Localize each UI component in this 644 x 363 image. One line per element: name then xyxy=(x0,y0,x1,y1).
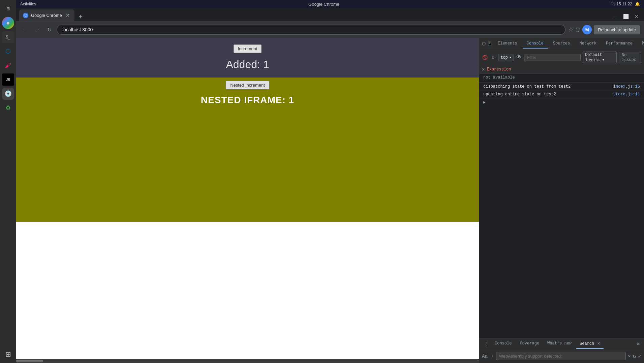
relaunch-button[interactable]: Relaunch to update xyxy=(594,25,640,34)
added-text: Added: 1 xyxy=(226,58,269,71)
tab-network[interactable]: Network xyxy=(575,39,600,49)
issues-badge: No Issues xyxy=(619,52,641,63)
inspect-icon[interactable]: ⬡ xyxy=(482,40,486,48)
console-entry-2-text: updating entire state on test2 xyxy=(483,92,556,97)
address-bar-right: ☆ ⬡ M Relaunch to update xyxy=(568,25,640,34)
context-text: top xyxy=(500,55,508,60)
new-tab-button[interactable]: + xyxy=(76,12,85,21)
webpage-top: Increment Added: 1 xyxy=(16,38,479,78)
back-button[interactable]: ← xyxy=(20,25,30,34)
console-output: not available dispatching state on test … xyxy=(479,74,644,338)
system-bar: Activities Google Chrome lis 15 11:22 🔔 xyxy=(16,0,644,8)
console-entry-2-link[interactable]: store.js:11 xyxy=(613,92,640,97)
terminal-icon[interactable]: $_ xyxy=(2,31,14,43)
text-size-icon: Aa xyxy=(482,354,489,359)
bookmark-icon[interactable]: ☆ xyxy=(568,26,574,33)
bell-icon[interactable]: 🔔 xyxy=(635,2,640,6)
nested-increment-button[interactable]: Nested Increment xyxy=(226,81,269,89)
address-bar: ← → ↻ localhost:3000 ☆ ⬡ M Relaunch to u… xyxy=(16,22,644,38)
tab-sources[interactable]: Sources xyxy=(549,39,574,49)
chrome-browser: C Google Chrome ✕ + — ⬜ ✕ ← → ↻ localhos… xyxy=(16,8,644,363)
disk-icon[interactable]: 💿 xyxy=(2,88,14,100)
tab-title: Google Chrome xyxy=(31,13,62,18)
bottom-more-icon[interactable]: ⋮ xyxy=(482,340,490,348)
devtools-toolbar: 🚫 ⊘ top ▾ 👁 Default levels ▾ No Issues xyxy=(479,50,644,65)
activities-icon[interactable]: ⊞ xyxy=(2,3,14,15)
tab-bar: C Google Chrome ✕ + — ⬜ ✕ xyxy=(16,8,644,22)
bottom-tabs: ⋮ Console Coverage What's new Search ✕ ✕ xyxy=(479,338,644,349)
profile-letter: M xyxy=(585,27,589,32)
nested-iframe-text: NESTED IFRAME: 1 xyxy=(201,95,294,105)
close-button[interactable]: ✕ xyxy=(632,12,641,21)
forward-button[interactable]: → xyxy=(32,25,42,34)
search-tab-close-icon[interactable]: ✕ xyxy=(597,341,600,346)
expression-close-icon[interactable]: ✕ xyxy=(482,66,485,72)
not-available-text: not available xyxy=(479,74,644,83)
tab-console[interactable]: Console xyxy=(523,39,548,49)
system-bar-right: lis 15 11:22 🔔 xyxy=(612,2,640,6)
search-tab-label: Search xyxy=(580,341,594,346)
context-selector[interactable]: top ▾ xyxy=(498,54,514,61)
minimize-button[interactable]: — xyxy=(610,12,620,21)
chrome-label: Google Chrome xyxy=(308,2,339,7)
chrome-icon[interactable]: ● xyxy=(2,17,14,29)
vscode-icon[interactable]: ⬡ xyxy=(2,45,14,57)
search-refresh-icon[interactable]: ↻ xyxy=(633,353,636,360)
bottom-tab-search[interactable]: Search ✕ xyxy=(576,338,604,349)
tab-memory[interactable]: Memory xyxy=(638,39,644,49)
main-wrapper: Activities Google Chrome lis 15 11:22 🔔 … xyxy=(16,0,644,363)
levels-selector[interactable]: Default levels ▾ xyxy=(583,52,617,63)
tab-bar-right: — ⬜ ✕ xyxy=(610,12,644,21)
context-chevron-icon: ▾ xyxy=(509,55,512,60)
console-entry-1-link[interactable]: index.js:16 xyxy=(613,84,640,89)
system-bar-center: Google Chrome xyxy=(308,2,339,7)
filter-input[interactable] xyxy=(524,54,581,61)
clear-console-icon[interactable]: 🚫 xyxy=(482,54,488,62)
webpage-scrollbar[interactable] xyxy=(16,359,479,363)
eye-icon[interactable]: 👁 xyxy=(516,54,522,62)
bottom-tab-console[interactable]: Console xyxy=(491,339,515,349)
active-tab[interactable]: C Google Chrome ✕ xyxy=(19,9,74,21)
webpage-bottom xyxy=(16,222,479,359)
clock: lis 15 11:22 xyxy=(612,2,632,6)
recycle-icon[interactable]: ♻ xyxy=(2,102,14,114)
grid-icon[interactable]: ⊞ xyxy=(2,348,14,360)
webpage: Increment Added: 1 Nested Increment NEST… xyxy=(16,38,479,363)
bottom-tab-coverage[interactable]: Coverage xyxy=(516,339,543,349)
search-options-icon[interactable]: ⋅ xyxy=(491,353,494,360)
paint-icon[interactable]: 🖌 xyxy=(2,59,14,71)
extension-icon[interactable]: ⬡ xyxy=(576,27,580,33)
search-input[interactable] xyxy=(496,352,626,360)
console-entry-2[interactable]: updating entire state on test2 store.js:… xyxy=(479,91,644,98)
activities-label[interactable]: Activities xyxy=(20,2,36,6)
devtools-bottom: ⋮ Console Coverage What's new Search ✕ ✕… xyxy=(479,338,644,363)
tab-elements[interactable]: Elements xyxy=(494,39,521,49)
tab-performance[interactable]: Performance xyxy=(602,39,637,49)
linux-taskbar: ⊞ ● $_ ⬡ 🖌 JB 💿 ♻ ⊞ xyxy=(0,0,16,363)
system-bar-left: Activities xyxy=(20,2,36,6)
reload-button[interactable]: ↻ xyxy=(44,25,54,34)
console-expand-icon[interactable]: ▶ xyxy=(479,98,644,106)
device-icon[interactable]: 📱 xyxy=(487,40,492,48)
scrollbar-thumb[interactable] xyxy=(16,360,43,362)
devtools-header: ⬡ 📱 Elements Console Sources Network Per… xyxy=(479,38,644,50)
search-match-icon[interactable]: ✓ xyxy=(638,353,641,360)
tab-close-button[interactable]: ✕ xyxy=(65,12,70,19)
maximize-button[interactable]: ⬜ xyxy=(621,12,631,21)
expression-label: Expression xyxy=(487,67,511,72)
url-text: localhost:3000 xyxy=(62,27,93,32)
tab-favicon: C xyxy=(23,13,28,18)
increment-button[interactable]: Increment xyxy=(234,44,262,53)
address-input[interactable]: localhost:3000 xyxy=(57,25,565,35)
search-bar: Aa ⋅ ✕ ↻ ✓ xyxy=(479,349,644,363)
search-clear-icon[interactable]: ✕ xyxy=(628,353,631,359)
browser-content: Increment Added: 1 Nested Increment NEST… xyxy=(16,38,644,363)
filter-icon[interactable]: ⊘ xyxy=(490,54,496,62)
jetbrains-icon[interactable]: JB xyxy=(2,73,14,86)
nested-iframe: Nested Increment NESTED IFRAME: 1 xyxy=(16,78,479,222)
profile-button[interactable]: M xyxy=(582,25,592,34)
expression-row: ✕ Expression xyxy=(479,65,644,74)
bottom-panel-close-icon[interactable]: ✕ xyxy=(635,339,641,349)
console-entry-1[interactable]: dispatching state on test from test2 ind… xyxy=(479,83,644,91)
bottom-tab-whats-new[interactable]: What's new xyxy=(544,339,575,349)
